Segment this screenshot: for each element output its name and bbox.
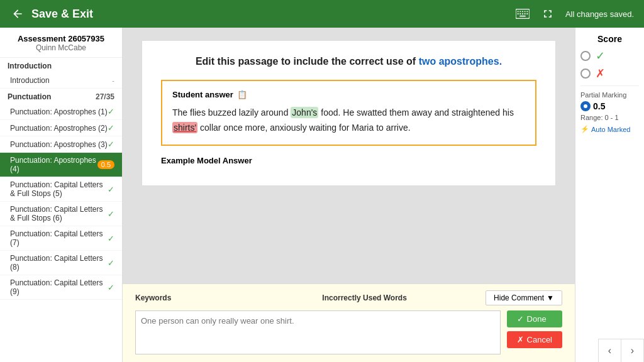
content-area: Edit this passage to include the correct… — [123, 28, 575, 283]
student-answer-box: Student answer 📋 The flies buzzed lazily… — [161, 80, 536, 146]
header-title: Save & Exit — [31, 8, 93, 21]
sidebar-item-introduction[interactable]: Introduction - — [0, 73, 122, 89]
svg-rect-8 — [522, 13, 523, 14]
nav-arrows: ‹ › — [598, 339, 644, 362]
sidebar-item-punc-caps-9[interactable]: Punctuation: Capital Letters (9) ✓ — [0, 275, 122, 300]
x-mark: ✗ — [596, 67, 605, 80]
question-highlight: two apostrophes. — [419, 56, 502, 67]
sidebar-item-punc-apos-4[interactable]: Punctuation: Apostrophes (4) 0.5 — [0, 153, 122, 177]
svg-rect-4 — [525, 11, 526, 12]
main-content: Edit this passage to include the correct… — [123, 28, 575, 362]
sidebar-item-punc-apos-2[interactable]: Punctuation: Apostrophes (2) ✓ — [0, 120, 122, 136]
red-highlight: shirts' — [172, 122, 197, 133]
punctuation-section-header: Punctuation 27/35 — [0, 89, 122, 104]
comment-row: ✓ Done ✗ Cancel — [135, 310, 562, 354]
svg-rect-1 — [518, 11, 519, 12]
cancel-x-icon: ✗ — [517, 335, 524, 344]
svg-rect-5 — [526, 11, 528, 12]
sidebar-item-punc-apos-1[interactable]: Punctuation: Apostrophes (1) ✓ — [0, 104, 122, 120]
question-card: Edit this passage to include the correct… — [142, 40, 556, 186]
bolt-icon: ⚡ — [580, 125, 589, 133]
score-panel-title: Score — [580, 34, 639, 44]
svg-rect-2 — [519, 11, 521, 12]
student-answer-label: Student answer — [172, 90, 233, 99]
header-right: All changes saved. — [515, 6, 634, 21]
done-button[interactable]: ✓ Done — [507, 310, 562, 327]
next-arrow-button[interactable]: › — [621, 339, 644, 362]
svg-rect-9 — [525, 13, 526, 14]
hide-comment-bar: Keywords Incorrectly Used Words Hide Com… — [135, 290, 562, 305]
auto-marked: ⚡ Auto Marked — [580, 125, 639, 133]
sidebar-item-punc-caps-7[interactable]: Punctuation: Capital Letters (7) ✓ — [0, 226, 122, 251]
intro-section-header: Introduction — [0, 58, 122, 73]
keywords-label: Keywords — [135, 293, 171, 302]
done-check-icon: ✓ — [517, 314, 524, 324]
comment-textarea[interactable] — [135, 310, 501, 354]
svg-rect-3 — [522, 11, 523, 12]
partial-value: 0.5 — [593, 101, 605, 111]
back-arrow-icon[interactable] — [10, 6, 25, 21]
sidebar-item-punc-caps-8[interactable]: Punctuation: Capital Letters (8) ✓ — [0, 251, 122, 275]
partial-marking-label: Partial Marking — [580, 91, 639, 99]
sidebar-item-punc-caps-5[interactable]: Punctuation: Capital Letters & Full Stop… — [0, 177, 122, 202]
partial-input-row: 0.5 — [580, 101, 639, 111]
prev-arrow-button[interactable]: ‹ — [599, 339, 621, 362]
incorrectly-used-label: Incorrectly Used Words — [322, 293, 406, 302]
header-left: Save & Exit — [10, 6, 93, 21]
student-answer-header: Student answer 📋 — [172, 90, 525, 99]
svg-rect-7 — [519, 13, 521, 14]
hide-comment-button[interactable]: Hide Comment ▼ — [486, 290, 562, 305]
comment-section: Keywords Incorrectly Used Words Hide Com… — [123, 283, 575, 362]
sidebar-assessment: Assessment 26057935 Quinn McCabe — [0, 28, 122, 58]
question-text: Edit this passage to include the correct… — [161, 56, 536, 67]
save-status: All changes saved. — [565, 9, 634, 19]
fullscreen-icon[interactable] — [540, 6, 555, 21]
green-highlight: John's — [291, 107, 318, 118]
score-x-option[interactable]: ✗ — [580, 67, 639, 80]
cancel-button[interactable]: ✗ Cancel — [507, 331, 562, 348]
score-x-radio[interactable] — [580, 69, 591, 79]
sidebar: Assessment 26057935 Quinn McCabe Introdu… — [0, 28, 123, 362]
header: Save & Exit All changes saved. — [0, 0, 644, 28]
assessment-title: Assessment 26057935 — [8, 34, 114, 43]
student-name: Quinn McCabe — [8, 43, 114, 52]
svg-rect-11 — [519, 16, 525, 17]
main-layout: Assessment 26057935 Quinn McCabe Introdu… — [0, 28, 644, 362]
comment-buttons: ✓ Done ✗ Cancel — [507, 310, 562, 348]
range-text: Range: 0 - 1 — [580, 114, 639, 121]
answer-text: The flies buzzed lazily around John's fo… — [172, 106, 525, 136]
partial-radio[interactable] — [580, 101, 591, 111]
score-check-radio[interactable] — [580, 51, 591, 61]
copy-icon[interactable]: 📋 — [237, 90, 247, 99]
keyboard-icon[interactable] — [515, 6, 530, 21]
example-model-header: Example Model Answer — [161, 156, 536, 165]
sidebar-item-punc-caps-6[interactable]: Punctuation: Capital Letters & Full Stop… — [0, 202, 122, 226]
score-panel: Score ✓ ✗ Partial Marking 0.5 Range: 0 -… — [575, 28, 644, 362]
partial-marking-section: Partial Marking 0.5 Range: 0 - 1 ⚡ Auto … — [580, 85, 639, 133]
svg-rect-6 — [518, 13, 519, 14]
score-check-option[interactable]: ✓ — [580, 49, 639, 63]
dropdown-arrow-icon: ▼ — [547, 293, 554, 302]
score-options: ✓ ✗ — [580, 49, 639, 80]
svg-rect-10 — [526, 13, 528, 14]
sidebar-item-punc-apos-3[interactable]: Punctuation: Apostrophes (3) ✓ — [0, 136, 122, 153]
check-mark: ✓ — [596, 49, 605, 63]
